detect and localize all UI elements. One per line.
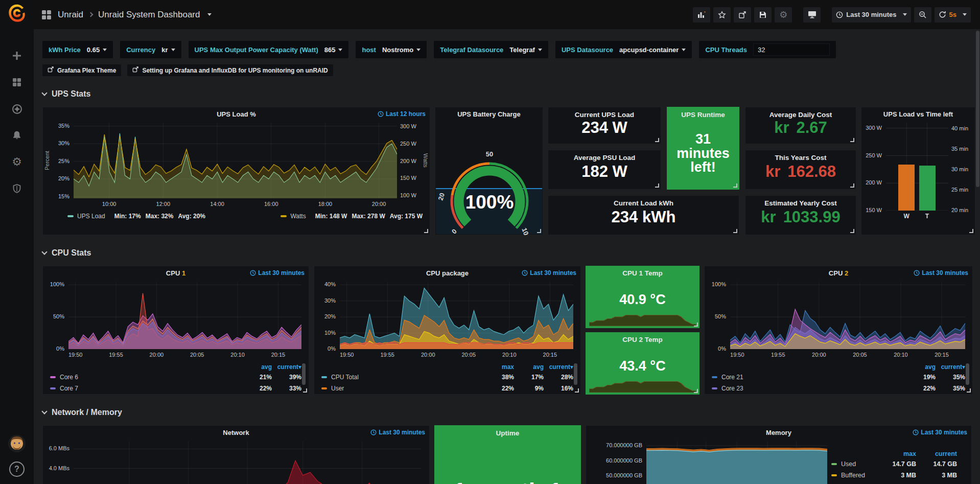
page-scrollbar[interactable] [976, 31, 979, 187]
alerting-bell-icon[interactable] [10, 129, 24, 142]
legend-sort-header[interactable]: current [916, 450, 957, 457]
refresh-interval-label[interactable]: 5s [949, 11, 956, 18]
stat-title[interactable]: CPU 1 Temp [586, 269, 699, 277]
star-button[interactable] [713, 7, 731, 22]
legend-sort-header[interactable]: max [875, 450, 916, 457]
section-header-network-memory[interactable]: Network / Memory [42, 408, 980, 417]
zoom-out-button[interactable] [914, 7, 931, 22]
legend-sort-header[interactable]: current▾ [936, 363, 965, 371]
legend-scrollbar[interactable] [966, 363, 969, 385]
dashboard-grid-icon[interactable] [42, 10, 51, 19]
stat-title[interactable]: CPU 2 Temp [586, 336, 699, 343]
stat-value: 234 kWh [548, 209, 739, 225]
server-admin-shield-icon[interactable] [10, 182, 24, 195]
legend-series-name[interactable]: Buffered [841, 472, 865, 479]
breadcrumb-app[interactable]: Unraid [58, 10, 83, 20]
legend-series-name[interactable]: Core 21 [721, 374, 743, 381]
panel-time-range[interactable]: Last 30 minutes [913, 429, 967, 436]
breadcrumb-dashboard[interactable]: Unraid System Dashboard [98, 10, 200, 20]
y-tick-label: 300 W [400, 123, 422, 129]
dashboard-link[interactable]: Grafana Plex Theme [42, 64, 121, 76]
panel-network: Network Last 30 minutes 6.0 MBs4.0 MBs2.… [42, 425, 430, 484]
legend-series-name[interactable]: Core 7 [60, 385, 78, 392]
panel-time-range[interactable]: Last 30 minutes [370, 429, 425, 436]
stat-title[interactable]: UPS Runtime [667, 111, 739, 119]
variable-label: Telegraf Datasource [440, 46, 503, 54]
legend-sort-header[interactable]: current▾ [272, 363, 301, 371]
bar-W[interactable] [898, 165, 915, 211]
panel-time-range[interactable]: Last 30 minutes [522, 269, 576, 276]
legend-sort-header[interactable]: avg [514, 363, 544, 371]
stat-title[interactable]: Current UPS Load [548, 111, 661, 119]
stat-title[interactable]: Average PSU Load [548, 154, 661, 162]
dashboard-settings-button[interactable]: ⚙ [775, 7, 792, 22]
legend-series-name[interactable]: Watts [290, 213, 306, 220]
refresh-button[interactable]: 5s [935, 7, 971, 22]
panel-title[interactable]: UPS Load vs Time left [861, 110, 975, 118]
chevron-down-icon [41, 90, 47, 96]
time-picker-button[interactable]: Last 30 minutes [832, 7, 911, 22]
help-icon[interactable]: ? [9, 462, 25, 477]
time-range-label: Last 30 minutes [379, 429, 425, 436]
legend-series-name[interactable]: Core 23 [721, 385, 743, 392]
navbar: Unraid Unraid System Dashboard ⚙ [34, 0, 980, 29]
legend-scrollbar[interactable] [574, 363, 577, 385]
stat-title[interactable]: Uptime [435, 429, 580, 437]
link-label: Setting up Grafana and InfluxDB for UPS … [142, 67, 328, 74]
variable-value[interactable]: 0.65 [87, 46, 107, 54]
panel-title[interactable]: UPS Battery Charge [435, 110, 543, 118]
create-plus-icon[interactable] [10, 49, 24, 62]
sidebar: ⚙ ? [0, 0, 34, 484]
variable-value[interactable]: Telegraf [509, 46, 542, 54]
legend-series-name[interactable]: Core 6 [60, 374, 78, 381]
variable-value[interactable]: 865 [324, 46, 343, 54]
legend-sort-header[interactable]: max [484, 363, 514, 371]
y-tick-label: 150 W [865, 207, 882, 213]
user-avatar[interactable] [8, 435, 26, 452]
grafana-logo[interactable] [6, 3, 28, 25]
stat-value: 234 W [548, 119, 661, 135]
share-button[interactable] [734, 7, 751, 22]
panel-title[interactable]: UPS Load % [43, 110, 430, 118]
legend-row: Core 2119%35% [710, 372, 965, 383]
variable-input-cpu-threads[interactable] [753, 43, 830, 56]
stat-value: kr2.67 [745, 119, 856, 135]
legend-series-name[interactable]: User [331, 385, 344, 392]
save-button[interactable] [754, 7, 772, 22]
variable-value[interactable]: kr [161, 46, 175, 54]
legend-value: 35% [936, 385, 965, 392]
legend-series-name[interactable]: CPU Total [331, 374, 359, 381]
bar-T[interactable] [919, 166, 936, 211]
variable-value[interactable]: Nostromo [382, 46, 421, 54]
variable-value[interactable]: apcupsd-container [619, 46, 686, 54]
caret-down-icon[interactable] [207, 13, 212, 16]
legend-series-name[interactable]: Used [841, 460, 856, 468]
stat-title[interactable]: Estimated Yearly Cost [745, 199, 856, 207]
y-tick-label: 250 W [865, 152, 882, 158]
panel-time-range[interactable]: Last 12 hours [378, 110, 426, 118]
dashboard-link[interactable]: Setting up Grafana and InfluxDB for UPS … [127, 64, 333, 76]
cycle-view-mode-button[interactable] [803, 7, 821, 22]
panel-battery-gauge: UPS Battery Charge 0 20 50 100 100% [435, 107, 543, 235]
stat-title[interactable]: Average Daily Cost [745, 111, 856, 119]
legend-series-name[interactable]: UPS Load [77, 213, 105, 220]
legend-row: User22%9%16% [319, 383, 573, 394]
dashboards-icon[interactable] [10, 76, 24, 89]
legend-sort-header[interactable]: avg [906, 363, 936, 371]
time-range-label: Last 30 minutes [922, 269, 968, 276]
legend-scrollbar[interactable] [302, 363, 306, 385]
explore-compass-icon[interactable] [10, 102, 24, 116]
configuration-gear-icon[interactable]: ⚙ [10, 155, 24, 169]
panel-time-range[interactable]: Last 30 minutes [250, 269, 305, 276]
panel-time-range[interactable]: Last 30 minutes [914, 269, 968, 276]
y-tick-label: 100 W [400, 192, 422, 198]
legend-sort-header[interactable]: avg [242, 363, 272, 371]
caret-down-icon[interactable] [963, 13, 967, 16]
legend-sort-header[interactable]: current▾ [544, 363, 573, 371]
stat-title[interactable]: This Years Cost [745, 154, 856, 162]
add-panel-button[interactable] [693, 7, 710, 22]
stat-title[interactable]: Current Load kWh [548, 199, 739, 207]
section-header-ups[interactable]: UPS Stats [42, 89, 980, 99]
stat-unit-prefix: kr [765, 163, 780, 180]
section-header-cpu[interactable]: CPU Stats [42, 248, 980, 258]
